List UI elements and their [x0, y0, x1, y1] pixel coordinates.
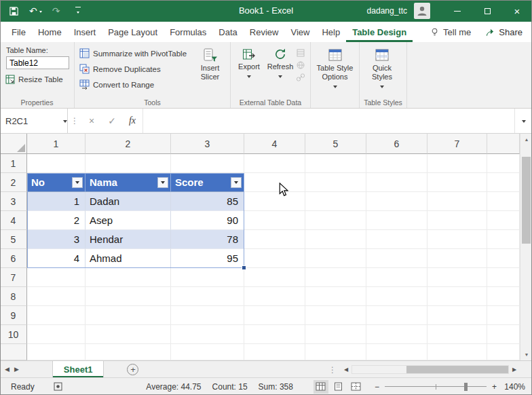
cell-R3C8[interactable]: [487, 192, 520, 211]
cell-R5C3[interactable]: 78: [171, 230, 244, 249]
convert-to-range-button[interactable]: Convert to Range: [77, 79, 189, 90]
customize-toolbar-button[interactable]: [75, 7, 81, 16]
cell-R3C2[interactable]: Dadan: [86, 192, 171, 211]
cell-R1C3[interactable]: [171, 154, 244, 173]
cell-R10C7[interactable]: [428, 325, 487, 344]
tab-splitter-handle[interactable]: ⋮: [324, 365, 341, 375]
row-header-6[interactable]: 6: [0, 249, 27, 268]
cell-R3C4[interactable]: [244, 192, 305, 211]
cell-R1C5[interactable]: [305, 154, 366, 173]
ribbon-tab-table-design[interactable]: Table Design: [346, 22, 413, 42]
column-header-1[interactable]: 1: [27, 134, 86, 154]
cell-R5C8[interactable]: [487, 230, 520, 249]
cell-R11C1[interactable]: [27, 344, 86, 360]
cell-R9C1[interactable]: [27, 306, 86, 325]
cell-R10C3[interactable]: [171, 325, 244, 344]
column-header-4[interactable]: 4: [244, 134, 305, 154]
maximize-button[interactable]: [472, 0, 502, 22]
cell-R3C5[interactable]: [305, 192, 366, 211]
zoom-slider-thumb[interactable]: [464, 383, 468, 391]
name-box[interactable]: R2C1: [0, 109, 68, 133]
cell-R11C6[interactable]: [366, 344, 428, 360]
cell-R11C7[interactable]: [428, 344, 487, 360]
cell-R1C6[interactable]: [366, 154, 428, 173]
row-header-2[interactable]: 2: [0, 173, 27, 192]
cell-R8C6[interactable]: [366, 287, 428, 306]
ribbon-tab-insert[interactable]: Insert: [68, 22, 102, 42]
cell-R11C4[interactable]: [244, 344, 305, 360]
cell-R7C3[interactable]: [171, 268, 244, 287]
column-header-5[interactable]: 5: [305, 134, 366, 154]
quick-styles-button[interactable]: Quick Styles: [362, 45, 402, 97]
column-header-8[interactable]: [487, 134, 520, 154]
enter-button[interactable]: ✓: [102, 109, 122, 133]
cell-R4C2[interactable]: Asep: [86, 211, 171, 230]
insert-function-button[interactable]: fx: [122, 109, 142, 133]
cancel-button[interactable]: ×: [81, 109, 102, 133]
cell-R10C6[interactable]: [366, 325, 428, 344]
cell-R10C8[interactable]: [487, 325, 520, 344]
cell-R2C7[interactable]: [428, 173, 487, 192]
cell-R1C2[interactable]: [86, 154, 171, 173]
cell-R9C8[interactable]: [487, 306, 520, 325]
cell-R3C6[interactable]: [366, 192, 428, 211]
zoom-out-button[interactable]: −: [375, 382, 379, 392]
redo-button[interactable]: ↷: [52, 5, 60, 16]
filter-button-nama[interactable]: [157, 177, 168, 188]
cell-R8C8[interactable]: [487, 287, 520, 306]
normal-view-button[interactable]: [314, 380, 328, 394]
table-style-options-button[interactable]: Table Style Options: [314, 45, 356, 90]
cell-R8C1[interactable]: [27, 287, 86, 306]
cell-R5C7[interactable]: [428, 230, 487, 249]
cell-R7C6[interactable]: [366, 268, 428, 287]
save-button[interactable]: [9, 6, 19, 16]
zoom-level[interactable]: 140%: [502, 382, 525, 392]
cell-R11C8[interactable]: [487, 344, 520, 360]
cell-R10C4[interactable]: [244, 325, 305, 344]
row-header-8[interactable]: 8: [0, 287, 27, 306]
insert-slicer-button[interactable]: Insert Slicer: [193, 45, 227, 97]
zoom-slider[interactable]: [385, 382, 487, 392]
vertical-scrollbar-thumb[interactable]: [522, 157, 531, 244]
cell-R10C2[interactable]: [86, 325, 171, 344]
column-header-2[interactable]: 2: [86, 134, 171, 154]
cell-R6C1[interactable]: 4: [27, 249, 86, 268]
cell-R6C3[interactable]: 95: [171, 249, 244, 268]
horizontal-scrollbar[interactable]: [352, 365, 509, 374]
ribbon-tab-formulas[interactable]: Formulas: [164, 22, 212, 42]
cell-R9C5[interactable]: [305, 306, 366, 325]
cell-R6C6[interactable]: [366, 249, 428, 268]
cell-R1C1[interactable]: [27, 154, 86, 173]
cell-R4C7[interactable]: [428, 211, 487, 230]
name-box-dropdown-icon[interactable]: [63, 120, 67, 125]
cell-R2C5[interactable]: [305, 173, 366, 192]
export-button[interactable]: Export: [233, 45, 265, 80]
cell-R8C7[interactable]: [428, 287, 487, 306]
filter-button-score[interactable]: [231, 177, 242, 188]
cell-R4C8[interactable]: [487, 211, 520, 230]
row-header-10[interactable]: 10: [0, 325, 27, 344]
cell-R6C5[interactable]: [305, 249, 366, 268]
ribbon-tab-help[interactable]: Help: [316, 22, 346, 42]
cell-R9C2[interactable]: [86, 306, 171, 325]
cell-R7C8[interactable]: [487, 268, 520, 287]
cell-R10C5[interactable]: [305, 325, 366, 344]
cell-R5C2[interactable]: Hendar: [86, 230, 171, 249]
table-name-input[interactable]: [6, 56, 69, 69]
cell-R11C2[interactable]: [86, 344, 171, 360]
row-header-1[interactable]: 1: [0, 154, 27, 173]
ribbon-tab-data[interactable]: Data: [212, 22, 243, 42]
open-in-browser-button[interactable]: [296, 60, 305, 70]
cell-R2C6[interactable]: [366, 173, 428, 192]
cell-R7C5[interactable]: [305, 268, 366, 287]
unlink-button[interactable]: [296, 73, 305, 82]
cell-R1C4[interactable]: [244, 154, 305, 173]
column-header-7[interactable]: 7: [428, 134, 487, 154]
select-all-button[interactable]: [0, 134, 27, 154]
cell-R2C4[interactable]: [244, 173, 305, 192]
sheet-nav-right-button[interactable]: ▶: [14, 361, 24, 377]
row-header-4[interactable]: 4: [0, 211, 27, 230]
cell-R7C1[interactable]: [27, 268, 86, 287]
sheet-nav-left-button[interactable]: ◀: [0, 361, 14, 377]
cell-R9C6[interactable]: [366, 306, 428, 325]
